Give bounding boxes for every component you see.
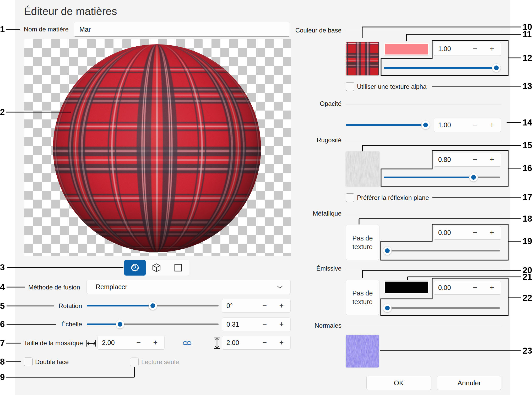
read-only-checkbox[interactable]: Lecture seule xyxy=(130,357,179,366)
double-face-checkbox-box[interactable] xyxy=(24,358,32,366)
roughness-slider-fill xyxy=(384,177,474,178)
base-color-slider-fill xyxy=(384,67,496,69)
emissive-spinner: 0.00 − + xyxy=(434,281,501,295)
ok-button[interactable]: OK xyxy=(366,376,431,390)
opacity-section-rule xyxy=(346,104,501,105)
preview-shape-sphere-button[interactable] xyxy=(124,260,146,276)
preview-shape-toggle xyxy=(124,260,189,276)
opacity-spinner-value[interactable]: 1.00 xyxy=(434,121,467,129)
opacity-spinner-decrease-button[interactable]: − xyxy=(467,121,483,129)
alpha-texture-checkbox[interactable]: Utiliser une texture alpha xyxy=(346,82,426,91)
rotation-spinner: 0° − + xyxy=(222,299,291,313)
tile-height-spinner-value[interactable]: 2.00 xyxy=(222,339,257,347)
normals-section-rule xyxy=(346,326,501,326)
callout-number-21: 21 xyxy=(523,271,532,283)
link-icon[interactable] xyxy=(183,340,192,347)
roughness-slider-thumb[interactable] xyxy=(469,173,478,182)
preview-shape-plane-button[interactable] xyxy=(167,260,189,276)
cancel-button-label: Annuler xyxy=(458,379,481,387)
tile-height-icon xyxy=(212,337,222,349)
callout-number-11: 11 xyxy=(523,29,532,40)
callout-number-8: 8 xyxy=(0,356,5,367)
callout-number-3: 3 xyxy=(0,262,5,273)
base-color-spinner-increase-button[interactable]: + xyxy=(483,45,501,53)
metallic-no-texture-button[interactable]: Pas de texture xyxy=(346,225,379,260)
base-color-texture-thumbnail[interactable] xyxy=(346,42,379,75)
roughness-spinner: 0.80 − + xyxy=(434,153,501,167)
scale-slider[interactable] xyxy=(87,320,219,328)
planar-reflection-checkbox-box[interactable] xyxy=(346,193,354,202)
opacity-spinner: 1.00 − + xyxy=(434,118,501,132)
emissive-slider-thumb[interactable] xyxy=(383,304,392,312)
preview-shape-cube-button[interactable] xyxy=(146,260,167,276)
opacity-slider-fill xyxy=(346,124,426,126)
roughness-section-rule xyxy=(346,141,501,141)
emissive-spinner-value[interactable]: 0.00 xyxy=(434,284,467,292)
rotation-spinner-increase-button[interactable]: + xyxy=(273,301,290,310)
callout-number-1: 1 xyxy=(0,24,5,35)
roughness-spinner-increase-button[interactable]: + xyxy=(483,155,501,164)
roughness-spinner-decrease-button[interactable]: − xyxy=(467,155,483,164)
callout-number-17: 17 xyxy=(523,191,532,203)
cancel-button[interactable]: Annuler xyxy=(437,376,501,390)
base-color-slider-thumb[interactable] xyxy=(492,64,501,72)
ok-button-label: OK xyxy=(394,379,404,387)
metallic-section-label: Métallique xyxy=(286,210,341,217)
base-color-spinner-decrease-button[interactable]: − xyxy=(467,45,483,53)
callout-number-2: 2 xyxy=(0,106,5,118)
tile-height-spinner-decrease-button[interactable]: − xyxy=(257,338,273,347)
callout-number-13: 13 xyxy=(523,80,532,92)
tile-width-spinner-increase-button[interactable]: + xyxy=(146,338,164,347)
tile-width-spinner-value[interactable]: 2.00 xyxy=(98,339,131,347)
metallic-slider[interactable] xyxy=(384,246,500,255)
rotation-slider-thumb[interactable] xyxy=(149,301,157,310)
callout-number-16: 16 xyxy=(523,162,532,174)
tile-height-spinner-increase-button[interactable]: + xyxy=(273,338,290,347)
base-color-spinner-value[interactable]: 1.00 xyxy=(434,45,467,53)
tile-width-spinner-decrease-button[interactable]: − xyxy=(131,338,146,347)
rotation-slider[interactable] xyxy=(87,301,219,310)
scale-spinner-value[interactable]: 0.31 xyxy=(222,321,257,328)
emissive-no-texture-button[interactable]: Pas de texture xyxy=(346,280,379,315)
rotation-spinner-value[interactable]: 0° xyxy=(222,302,257,310)
metallic-spinner-decrease-button[interactable]: − xyxy=(467,228,483,237)
rotation-spinner-decrease-button[interactable]: − xyxy=(257,301,273,310)
metallic-spinner: 0.00 − + xyxy=(434,226,501,240)
callout-number-6: 6 xyxy=(0,319,5,330)
material-preview-canvas xyxy=(24,39,291,256)
read-only-checkbox-box[interactable] xyxy=(130,358,139,366)
callout-number-14: 14 xyxy=(523,117,532,128)
opacity-slider-thumb[interactable] xyxy=(421,121,430,129)
roughness-spinner-value[interactable]: 0.80 xyxy=(434,156,467,163)
emissive-color-swatch[interactable] xyxy=(384,281,429,294)
metallic-spinner-value[interactable]: 0.00 xyxy=(434,229,467,237)
opacity-slider[interactable] xyxy=(346,121,429,129)
sphere-icon xyxy=(130,262,140,273)
metallic-spinner-increase-button[interactable]: + xyxy=(483,228,501,237)
roughness-slider[interactable] xyxy=(384,173,500,182)
scale-spinner-decrease-button[interactable]: − xyxy=(257,320,273,329)
opacity-spinner-increase-button[interactable]: + xyxy=(483,121,501,129)
callout-number-19: 19 xyxy=(523,235,532,247)
material-name-input[interactable] xyxy=(74,22,290,37)
roughness-texture-thumbnail[interactable] xyxy=(346,151,379,186)
base-color-section-label: Couleur de base xyxy=(286,27,341,34)
base-color-spinner: 1.00 − + xyxy=(434,42,501,56)
base-color-swatch[interactable] xyxy=(384,43,429,56)
fusion-method-dropdown[interactable]: Remplacer xyxy=(86,280,291,294)
metallic-slider-track xyxy=(384,250,500,251)
normals-texture-thumbnail[interactable] xyxy=(346,335,379,367)
alpha-texture-checkbox-box[interactable] xyxy=(346,82,354,91)
emissive-spinner-increase-button[interactable]: + xyxy=(483,283,501,292)
metallic-slider-thumb[interactable] xyxy=(383,246,392,255)
double-face-checkbox[interactable]: Double face xyxy=(24,357,69,366)
scale-slider-thumb[interactable] xyxy=(116,320,124,328)
emissive-spinner-decrease-button[interactable]: − xyxy=(467,283,483,292)
base-color-slider[interactable] xyxy=(384,64,500,72)
rotation-label: Rotation xyxy=(30,301,82,310)
rotation-slider-fill xyxy=(87,305,153,306)
cube-icon xyxy=(151,263,161,273)
double-face-checkbox-label: Double face xyxy=(35,358,69,366)
planar-reflection-checkbox[interactable]: Préférer la réflexion plane xyxy=(346,193,429,202)
emissive-slider[interactable] xyxy=(384,304,500,312)
